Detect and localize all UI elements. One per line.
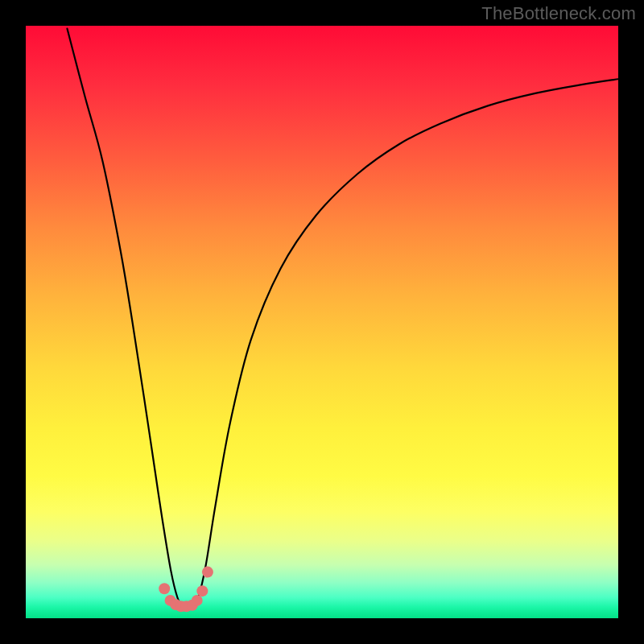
marker-dot <box>192 595 203 606</box>
plot-area <box>26 26 618 618</box>
marker-dot <box>196 585 208 597</box>
chart-frame: TheBottleneck.com <box>0 0 644 644</box>
black-curve <box>68 29 618 607</box>
marker-dot <box>159 583 170 594</box>
chart-svg <box>26 26 618 618</box>
marker-dot <box>202 567 213 578</box>
curve-path <box>68 29 618 607</box>
watermark-text: TheBottleneck.com <box>481 3 636 24</box>
marker-dots <box>159 567 213 613</box>
